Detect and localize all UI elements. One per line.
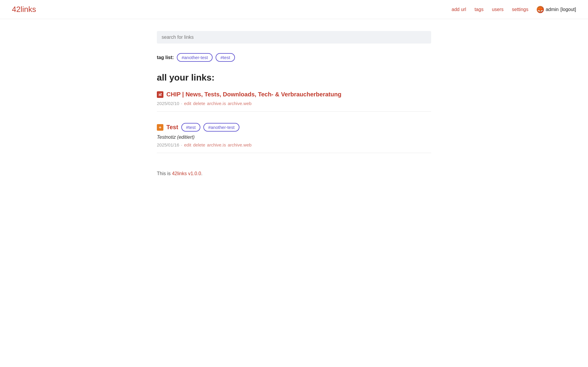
search-input[interactable] xyxy=(157,31,431,44)
tag-badge-test-inline[interactable]: #test xyxy=(181,123,201,132)
footer-text-before: This is xyxy=(157,171,172,176)
link-entry: CHIP | News, Tests, Downloads, Tech- & V… xyxy=(157,91,431,112)
main-content: tag list: #another-test #test all your l… xyxy=(151,19,437,188)
logout-link[interactable]: [logout] xyxy=(561,7,576,12)
link-date: 2025/02/10 xyxy=(157,101,179,106)
test-favicon-icon: + xyxy=(157,124,163,131)
link-action-archive-is[interactable]: archive.is xyxy=(207,101,226,106)
tag-badge-another-test-inline[interactable]: #another-test xyxy=(203,123,239,132)
svg-rect-1 xyxy=(161,93,162,94)
chip-favicon-icon xyxy=(157,91,163,98)
link-meta: 2025/02/10 · edit delete archive.is arch… xyxy=(157,101,431,106)
dot-separator: · xyxy=(181,142,182,147)
all-links-heading: all your links: xyxy=(157,73,431,83)
link-meta: 2025/01/16 · edit delete archive.is arch… xyxy=(157,142,431,147)
link-action-archive-web[interactable]: archive.web xyxy=(228,101,252,106)
nav-add-url[interactable]: add url xyxy=(452,7,466,12)
tag-list-label: tag list: xyxy=(157,55,174,60)
footer-text-after: . xyxy=(201,171,202,176)
footer-version-link[interactable]: 42links v1.0.0 xyxy=(172,171,201,176)
link-title-test[interactable]: Test xyxy=(166,124,178,131)
nav-users[interactable]: users xyxy=(492,7,504,12)
link-date: 2025/01/16 xyxy=(157,142,179,147)
link-action-edit[interactable]: edit xyxy=(184,142,191,147)
link-action-delete[interactable]: delete xyxy=(193,142,205,147)
link-note: Testnotiz (editiert) xyxy=(157,135,431,140)
nav-tags[interactable]: tags xyxy=(474,7,483,12)
logo[interactable]: 42links xyxy=(12,5,36,14)
link-action-archive-web[interactable]: archive.web xyxy=(228,142,252,147)
tag-list-row: tag list: #another-test #test xyxy=(157,53,431,62)
link-title-chip[interactable]: CHIP | News, Tests, Downloads, Tech- & V… xyxy=(166,91,341,98)
footer: This is 42links v1.0.0. xyxy=(157,171,431,176)
tag-badge-another-test[interactable]: #another-test xyxy=(177,53,213,62)
dot-separator: · xyxy=(181,101,182,106)
admin-name: admin xyxy=(546,7,559,12)
link-title-row: + Test #test #another-test xyxy=(157,123,431,132)
link-action-edit[interactable]: edit xyxy=(184,101,191,106)
nav-settings[interactable]: settings xyxy=(512,7,528,12)
link-entries-section: CHIP | News, Tests, Downloads, Tech- & V… xyxy=(157,91,431,153)
admin-area: admin [logout] xyxy=(537,6,576,13)
link-action-delete[interactable]: delete xyxy=(193,101,205,106)
link-action-archive-is[interactable]: archive.is xyxy=(207,142,226,147)
admin-avatar xyxy=(537,6,544,13)
link-entry: + Test #test #another-test Testnotiz (ed… xyxy=(157,118,431,153)
link-title-row: CHIP | News, Tests, Downloads, Tech- & V… xyxy=(157,91,431,98)
tag-badge-test[interactable]: #test xyxy=(216,53,235,62)
header: 42links add url tags users settings admi… xyxy=(0,0,588,19)
nav: add url tags users settings admin [logou… xyxy=(452,6,576,13)
